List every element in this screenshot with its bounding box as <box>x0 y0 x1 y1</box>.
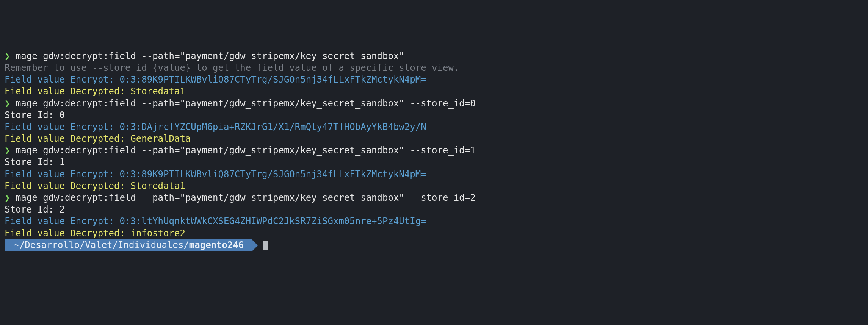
encrypt-value: 0:3:89K9PTILKWBvliQ87CTyTrg/SJGOn5nj34fL… <box>119 169 426 180</box>
command-line: ❯ mage gdw:decrypt:field --path="payment… <box>5 98 863 109</box>
command-text: mage gdw:decrypt:field --path="payment/g… <box>16 192 476 203</box>
store-id-line: Store Id: 0 <box>5 109 863 121</box>
encrypt-label: Field value Encrypt: <box>5 122 119 132</box>
decrypt-value: GeneralData <box>130 133 191 144</box>
decrypt-value: Storedata1 <box>130 86 185 97</box>
hint-text: Remember to use --store_id={value} to ge… <box>5 62 863 74</box>
decrypt-label: Field value Decrypted: <box>5 86 130 97</box>
cwd-dir: magento246 <box>189 240 249 250</box>
encrypt-line: Field value Encrypt: 0:3:ltYhUqnktWWkCXS… <box>5 216 863 227</box>
command-text: mage gdw:decrypt:field --path="payment/g… <box>16 98 476 109</box>
cursor[interactable] <box>263 241 268 250</box>
encrypt-label: Field value Encrypt: <box>5 216 119 227</box>
command-text: mage gdw:decrypt:field --path="payment/g… <box>16 145 476 156</box>
decrypt-label: Field value Decrypted: <box>5 181 130 191</box>
store-id-line: Store Id: 1 <box>5 156 863 168</box>
decrypt-line: Field value Decrypted: GeneralData <box>5 133 863 145</box>
decrypt-line: Field value Decrypted: Storedata1 <box>5 180 863 192</box>
cwd-path-segment: ~/Desarrollo/Valet/Individuales/magento2… <box>5 239 252 251</box>
encrypt-value: 0:3:ltYhUqnktWWkCXSEG4ZHIWPdC2JkSR7ZiSGx… <box>119 216 426 227</box>
decrypt-value: Storedata1 <box>130 181 185 191</box>
decrypt-label: Field value Decrypted: <box>5 228 130 239</box>
store-id-line: Store Id: 2 <box>5 204 863 216</box>
command-line: ❯ mage gdw:decrypt:field --path="payment… <box>5 50 863 62</box>
command-line: ❯ mage gdw:decrypt:field --path="payment… <box>5 192 863 204</box>
encrypt-value: 0:3:89K9PTILKWBvliQ87CTyTrg/SJGOn5nj34fL… <box>119 74 426 85</box>
encrypt-line: Field value Encrypt: 0:3:DAjrcfYZCUpM6pi… <box>5 121 863 133</box>
decrypt-value: infostore2 <box>130 228 185 239</box>
encrypt-value: 0:3:DAjrcfYZCUpM6pia+RZKJrG1/X1/RmQty47T… <box>119 122 426 132</box>
command-line: ❯ mage gdw:decrypt:field --path="payment… <box>5 145 863 156</box>
encrypt-label: Field value Encrypt: <box>5 169 119 180</box>
terminal-output[interactable]: ❯ mage gdw:decrypt:field --path="payment… <box>5 50 863 251</box>
encrypt-label: Field value Encrypt: <box>5 74 119 85</box>
command-text: mage gdw:decrypt:field --path="payment/g… <box>16 51 404 61</box>
prompt-symbol: ❯ <box>5 192 16 203</box>
prompt-symbol: ❯ <box>5 98 16 109</box>
prompt-symbol: ❯ <box>5 145 16 156</box>
decrypt-label: Field value Decrypted: <box>5 133 130 144</box>
encrypt-line: Field value Encrypt: 0:3:89K9PTILKWBvliQ… <box>5 169 863 180</box>
encrypt-line: Field value Encrypt: 0:3:89K9PTILKWBvliQ… <box>5 74 863 86</box>
cwd-prefix: ~/Desarrollo/Valet/Individuales/ <box>8 240 189 250</box>
active-prompt-line[interactable]: ~/Desarrollo/Valet/Individuales/magento2… <box>5 239 863 251</box>
decrypt-line: Field value Decrypted: Storedata1 <box>5 86 863 97</box>
decrypt-line: Field value Decrypted: infostore2 <box>5 228 863 239</box>
prompt-symbol: ❯ <box>5 51 16 61</box>
